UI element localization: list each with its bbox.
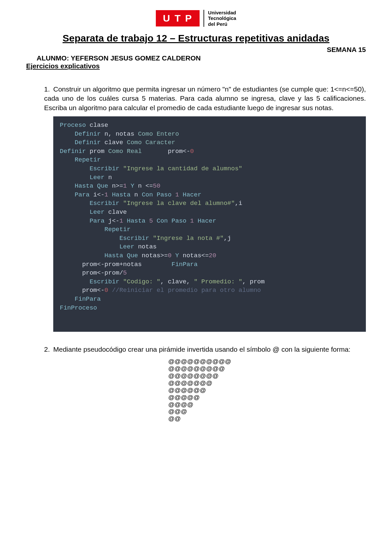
code-token: 1 (105, 191, 108, 198)
exercise-list: 1.Construir un algoritmo que permita ing… (26, 85, 366, 422)
code-token: ,i (235, 200, 242, 207)
code-token: Definir (60, 139, 101, 146)
code-token: Definir (60, 148, 86, 155)
pyramid-row: @@@@@@ (168, 387, 206, 394)
section-subtitle: Ejercicios explicativos (26, 62, 366, 70)
pyramid-row: @@@@ (168, 401, 193, 408)
pyramid-row: @@ (168, 415, 181, 422)
code-token: Hasta (123, 217, 149, 225)
code-token: Leer (60, 174, 105, 181)
exercise-2-text: Mediante pseudocódigo crear una pirámide… (53, 345, 351, 353)
exercise-2-number: 2. (44, 345, 53, 354)
code-token: notas>= (138, 252, 168, 259)
code-token: , clave, (160, 278, 194, 285)
code-token: , prom (242, 278, 265, 285)
code-token: i<- (90, 191, 105, 198)
code-token: Proceso (60, 122, 86, 129)
pyramid-row: @@@@@@@@@@ (168, 358, 231, 365)
pyramid-row: @@@@@@@@@ (168, 365, 225, 372)
student-name: ALUNMO: YEFERSON JESUS GOMEZ CALDERON (37, 54, 366, 62)
code-token: Definir (60, 130, 101, 138)
code-token: Hasta Que (60, 252, 138, 259)
code-token: prom<- (60, 287, 105, 294)
code-token: Escribir (60, 165, 123, 172)
code-token: "Codigo: " (123, 278, 160, 285)
code-token: ,j (224, 235, 231, 242)
code-token: "Ingrese la clave del alumno#" (123, 200, 235, 207)
code-token: Repetir (60, 156, 101, 163)
code-token: FinPara (60, 295, 101, 303)
page: UTP Universidad Tecnológica del Perú Sep… (0, 0, 392, 555)
code-token: Hacer (179, 191, 201, 198)
code-token: notas<= (179, 252, 209, 259)
code-token: //Reiniciar el promedio para otro alumno (108, 287, 261, 294)
code-token: 20 (209, 252, 216, 259)
code-block-1: Proceso clase Definir n, notas Como Ente… (53, 116, 366, 332)
logo-line-1: Universidad (208, 10, 236, 15)
pyramid-output: @@@@@@@@@@ @@@@@@@@@ @@@@@@@@ @@@@@@@ @@… (168, 358, 366, 422)
code-token: n, notas (101, 130, 138, 138)
pyramid-row: @@@ (168, 408, 187, 415)
code-token: Para (60, 217, 105, 225)
code-token: Leer (60, 243, 134, 250)
code-token: n>= (108, 182, 123, 190)
pyramid-row: @@@@@ (168, 394, 200, 401)
code-token: prom<- (142, 148, 190, 155)
code-token: notas (134, 243, 156, 250)
code-token: n (105, 174, 112, 181)
header-logo: UTP Universidad Tecnológica del Perú (26, 10, 366, 27)
code-token: prom<-prom/ (60, 269, 123, 277)
code-token: Hasta (108, 191, 130, 198)
code-token: 5 (123, 269, 127, 277)
code-token: " Promedio: " (194, 278, 242, 285)
code-token: "Ingrese la cantidad de alumnos" (123, 165, 242, 172)
exercise-1-number: 1. (44, 85, 53, 94)
document-title: Separata de trabajo 12 – Estructuras rep… (26, 33, 366, 44)
code-token: clave (105, 209, 127, 216)
code-token: Como Real (108, 148, 142, 155)
code-token: j<- (105, 217, 120, 225)
code-token: clave (101, 139, 127, 146)
logo-subtitle: Universidad Tecnológica del Perú (208, 10, 236, 27)
code-token: FinProceso (60, 304, 97, 311)
code-token: 0 (190, 148, 194, 155)
code-token: Con Paso (142, 191, 175, 198)
pyramid-row: @@@@@@@@ (168, 372, 219, 379)
code-token: n (131, 191, 142, 198)
code-token: 1 (123, 182, 127, 190)
code-token: Y (172, 252, 179, 259)
code-token: clase (86, 122, 108, 129)
code-token: 5 (149, 217, 153, 225)
utp-logo-box: UTP (156, 10, 200, 26)
code-token: 50 (153, 182, 160, 190)
code-token: Repetir (60, 226, 131, 233)
week-label: SEMANA 15 (26, 46, 366, 54)
code-token: "Ingrese la nota #" (153, 235, 224, 242)
code-token: 1 (190, 217, 194, 225)
code-token: Como Entero (138, 130, 179, 138)
exercise-2: 2.Mediante pseudocódigo crear una pirámi… (44, 345, 366, 354)
code-token: Leer (60, 209, 105, 216)
logo-line-3: del Perú (208, 21, 236, 27)
code-token: Escribir (60, 235, 153, 242)
code-token: prom<-prom+notas (60, 261, 172, 268)
exercise-1: 1.Construir un algoritmo que permita ing… (44, 85, 366, 112)
code-token: Escribir (60, 200, 123, 207)
code-token: 0 (105, 287, 108, 294)
code-token: 1 (119, 217, 123, 225)
code-token: Con Paso (153, 217, 190, 225)
code-token: FinPara (172, 261, 198, 268)
code-token: Hasta Que (60, 182, 108, 190)
code-token: 1 (175, 191, 179, 198)
code-token: Para (60, 191, 90, 198)
code-token: 0 (168, 252, 172, 259)
logo-separator (204, 10, 204, 27)
code-token: Hacer (194, 217, 216, 225)
pyramid-row: @@@@@@@ (168, 379, 212, 386)
code-token: n <= (134, 182, 153, 190)
code-token: Y (127, 182, 134, 190)
exercise-1-text: Construir un algoritmo que permita ingre… (44, 85, 366, 111)
code-token: Como Caracter (127, 139, 175, 146)
logo-line-2: Tecnológica (208, 15, 236, 21)
code-token: Escribir (60, 278, 123, 285)
